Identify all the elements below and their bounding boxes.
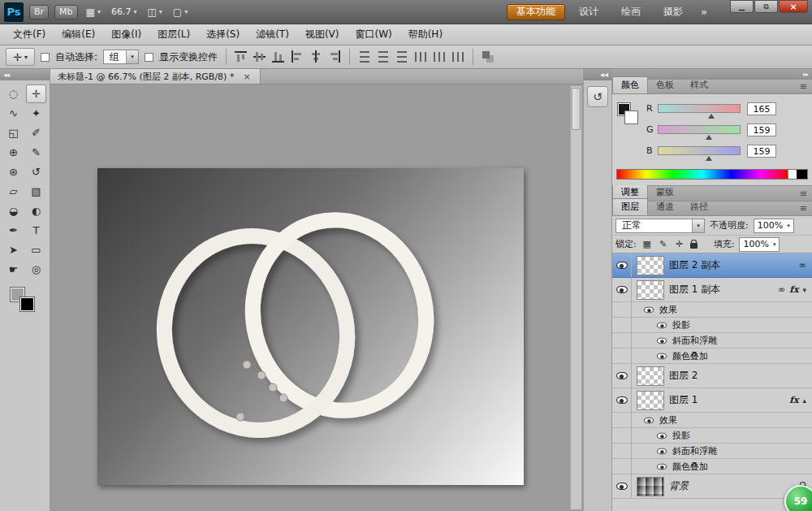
quick-selection-tool[interactable]: ✦ xyxy=(26,104,46,123)
layer-row[interactable]: 图层 2 xyxy=(612,364,812,388)
channel-slider[interactable] xyxy=(658,125,741,134)
eyedropper-tool[interactable]: ✐ xyxy=(26,123,46,142)
eye-icon[interactable] xyxy=(657,432,667,439)
effects-collapse-icon[interactable]: ▾ xyxy=(802,286,806,294)
shape-tool[interactable]: ▭ xyxy=(26,240,46,259)
layers-tab[interactable]: 图层 xyxy=(612,198,648,215)
menu-item[interactable]: 选择(S) xyxy=(198,24,248,45)
gradient-tool[interactable]: ▧ xyxy=(26,182,46,201)
layer-thumbnail[interactable] xyxy=(637,256,664,275)
channel-value-field[interactable]: 165 xyxy=(747,102,776,115)
tab-close-icon[interactable]: × xyxy=(241,71,252,82)
visibility-toggle[interactable] xyxy=(612,278,632,301)
workspace-overflow-button[interactable]: » xyxy=(698,6,710,18)
color-tab[interactable]: 样式 xyxy=(682,77,716,93)
close-button[interactable]: × xyxy=(779,0,808,13)
layer-thumbnail[interactable] xyxy=(637,391,664,410)
lock-all-icon[interactable] xyxy=(690,243,698,249)
vertical-scrollbar[interactable] xyxy=(570,85,582,510)
channel-value-field[interactable]: 159 xyxy=(747,123,776,136)
panel-menu-icon[interactable]: ≡ xyxy=(795,203,812,215)
lock-transparent-pixels-icon[interactable]: ▦ xyxy=(641,239,653,249)
background-color-swatch[interactable] xyxy=(19,297,35,312)
tool-preset-button[interactable]: ✛ ▾ xyxy=(6,48,35,66)
visibility-toggle[interactable] xyxy=(612,318,632,332)
spectrum-white[interactable] xyxy=(788,170,797,179)
zoom-tool[interactable]: ◎ xyxy=(26,260,46,279)
distribute-bottom-edges-icon[interactable] xyxy=(395,50,408,63)
effect-row[interactable]: 颜色叠加 xyxy=(612,459,812,474)
layer-thumbnail[interactable] xyxy=(637,366,664,386)
color-tab[interactable]: 色板 xyxy=(648,77,682,93)
visibility-toggle[interactable] xyxy=(612,444,632,458)
pen-tool[interactable]: ✒ xyxy=(3,221,24,240)
clone-stamp-tool[interactable]: ⊛ xyxy=(3,162,24,181)
effect-row[interactable]: 投影 xyxy=(612,428,812,444)
auto-select-checkbox[interactable] xyxy=(41,53,50,62)
menu-item[interactable]: 视图(V) xyxy=(297,24,348,45)
align-bottom-edges-icon[interactable] xyxy=(272,50,285,63)
distribute-left-edges-icon[interactable] xyxy=(414,50,427,63)
lock-image-pixels-icon[interactable]: ✎ xyxy=(658,239,669,249)
visibility-toggle[interactable] xyxy=(612,459,632,474)
opacity-field[interactable]: 100% ▾ xyxy=(754,219,794,233)
auto-align-layers-icon[interactable] xyxy=(482,50,495,63)
distribute-horizontal-centers-icon[interactable] xyxy=(433,50,446,63)
panel-menu-icon[interactable]: ≡ xyxy=(795,188,812,201)
effect-row[interactable]: 效果 xyxy=(612,302,812,318)
visibility-toggle[interactable] xyxy=(612,333,632,348)
brush-tool[interactable]: ✎ xyxy=(26,143,46,162)
eye-icon[interactable] xyxy=(657,448,667,454)
workspace-button[interactable]: 绘画 xyxy=(612,4,650,20)
spectrum-rainbow[interactable] xyxy=(617,170,788,179)
visibility-toggle[interactable] xyxy=(612,302,632,317)
auto-select-target-dropdown[interactable]: 组 ▾ xyxy=(103,50,139,64)
notification-badge[interactable]: 59 xyxy=(784,485,812,511)
mini-bridge-button[interactable]: Mb xyxy=(54,5,77,19)
effect-row[interactable]: 颜色叠加 xyxy=(612,349,812,364)
fill-field[interactable]: 100% ▾ xyxy=(739,237,780,252)
dock-collapse-handle[interactable]: ◂◂ xyxy=(584,69,611,80)
screen-mode-button[interactable]: ▢ ▾ xyxy=(171,6,190,18)
visibility-toggle[interactable] xyxy=(612,413,632,427)
channel-slider[interactable] xyxy=(658,104,741,113)
bridge-button[interactable]: Br xyxy=(29,5,49,19)
align-vertical-centers-icon[interactable] xyxy=(253,50,266,63)
blur-tool[interactable]: ◒ xyxy=(3,201,24,220)
crop-tool[interactable]: ◱ xyxy=(3,123,24,142)
channel-value-field[interactable]: 159 xyxy=(747,145,776,158)
layers-tab[interactable]: 通道 xyxy=(648,199,682,215)
history-brush-tool[interactable]: ↺ xyxy=(26,162,46,181)
channel-slider[interactable] xyxy=(658,146,741,155)
visibility-toggle[interactable] xyxy=(612,364,632,388)
hand-tool[interactable]: ☛ xyxy=(3,260,24,279)
effect-row[interactable]: 斜面和浮雕 xyxy=(612,333,812,349)
color-tab[interactable]: 颜色 xyxy=(612,76,648,93)
type-tool[interactable]: T xyxy=(26,221,46,240)
eye-icon[interactable] xyxy=(644,417,654,423)
menu-item[interactable]: 帮助(H) xyxy=(400,24,451,45)
eye-icon[interactable] xyxy=(657,337,667,344)
minimize-button[interactable]: ▁ xyxy=(730,0,754,13)
eye-icon[interactable] xyxy=(657,353,667,359)
healing-brush-tool[interactable]: ⊕ xyxy=(3,143,24,162)
slider-marker-icon[interactable] xyxy=(708,110,715,119)
layer-thumbnail[interactable] xyxy=(637,477,664,496)
workspace-button[interactable]: 摄影 xyxy=(654,4,692,20)
distribute-right-edges-icon[interactable] xyxy=(451,50,464,63)
zoom-level-button[interactable]: 66.7 ▾ xyxy=(109,6,140,17)
lasso-tool[interactable]: ∿ xyxy=(3,104,24,123)
move-tool[interactable]: ✛ xyxy=(26,84,46,103)
eraser-tool[interactable]: ▱ xyxy=(3,182,24,201)
effect-row[interactable]: 投影 xyxy=(612,318,812,333)
layer-row[interactable]: 图层 1fx▴ xyxy=(612,388,812,413)
distribute-vertical-centers-icon[interactable] xyxy=(377,50,390,63)
align-left-edges-icon[interactable] xyxy=(291,50,304,63)
visibility-toggle[interactable] xyxy=(612,349,632,363)
effect-row[interactable]: 斜面和浮雕 xyxy=(612,444,812,459)
scrollbar-thumb[interactable] xyxy=(572,88,581,130)
align-top-edges-icon[interactable] xyxy=(235,50,248,63)
workspace-button[interactable]: 设计 xyxy=(570,4,607,20)
visibility-toggle[interactable] xyxy=(612,474,632,498)
blend-mode-dropdown[interactable]: 正常 ▾ xyxy=(615,219,705,233)
